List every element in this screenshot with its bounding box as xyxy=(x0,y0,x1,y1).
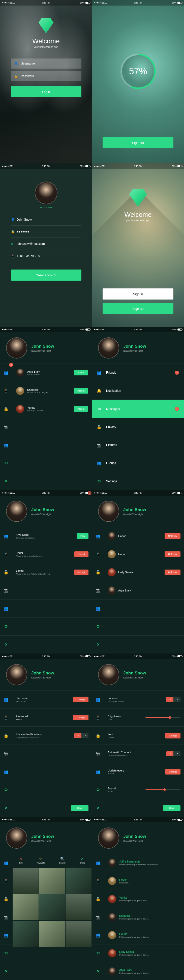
gallery-thumb[interactable] xyxy=(13,894,38,920)
request-row[interactable]: 🔒 YgritteWants to be in a Relationship w… xyxy=(0,563,92,581)
tab-icon[interactable]: 👥 xyxy=(92,690,104,708)
gallery-action-exit[interactable]: ✕Exit xyxy=(19,857,22,864)
tab-icon[interactable]: 🔒 xyxy=(0,400,12,418)
chat-row[interactable]: HoundPellentesque id est ipsum dolor... xyxy=(104,926,184,944)
tab-icon[interactable]: 👥 xyxy=(0,690,12,708)
tab-icon[interactable]: 📱 xyxy=(92,545,104,563)
chat-row[interactable]: Arya StarkPellentesque id est ipsum dolo… xyxy=(104,962,184,980)
tab-icon[interactable]: 👥 xyxy=(0,436,12,454)
tab-icon[interactable]: 🔒 xyxy=(92,727,104,745)
tab-icon[interactable]: 👥 xyxy=(92,926,104,944)
tab-icon[interactable]: 📱 xyxy=(92,709,104,727)
follow-row[interactable]: 🔒 Lady Sansa Unfollow xyxy=(92,563,184,581)
signin-button[interactable]: Sign in xyxy=(103,288,173,299)
slider[interactable] xyxy=(146,789,181,790)
follow-row[interactable]: 📱 Hound Unfollow xyxy=(92,545,184,563)
change-button[interactable]: Change xyxy=(73,697,89,702)
gallery-thumb[interactable] xyxy=(13,868,38,894)
gallery-thumb[interactable] xyxy=(13,921,38,947)
tab-icon[interactable]: 📱 xyxy=(0,709,12,727)
gallery-action-search[interactable]: 🔍Search xyxy=(59,857,65,864)
tab-icon[interactable]: ⚙ xyxy=(0,781,12,799)
tab-icon[interactable]: ✕ xyxy=(0,799,12,817)
change-button[interactable]: Change xyxy=(165,733,181,738)
accept-button[interactable]: Accept xyxy=(74,406,88,412)
tab-icon[interactable]: ⚙ xyxy=(0,618,12,636)
signup-button[interactable]: Sign up xyxy=(103,303,173,314)
chat-row[interactable]: Lady SansaPellentesque id est ipsum dolo… xyxy=(104,944,184,963)
gallery-thumb[interactable] xyxy=(65,894,92,920)
menu-item-pictures[interactable]: 📷 Pictures xyxy=(92,436,184,454)
create-account-button[interactable]: Creat Account xyxy=(11,269,81,281)
change-button[interactable]: Change xyxy=(165,769,181,775)
tab-icon[interactable]: 📷 xyxy=(0,418,12,436)
tab-icon[interactable]: 📷 xyxy=(92,745,104,763)
tab-icon[interactable]: 👥 xyxy=(92,763,104,781)
chat-row[interactable]: HodorHODOR!!!... xyxy=(104,872,184,890)
gallery-action-favourite[interactable]: ☆Favourite xyxy=(36,857,45,864)
save-button[interactable]: Save xyxy=(71,805,89,811)
gallery-action-share[interactable]: ↗Share xyxy=(80,857,85,864)
tab-icon[interactable]: ✕ xyxy=(92,636,104,654)
save-button[interactable]: Save xyxy=(163,805,181,811)
tab-icon[interactable]: ⚙ xyxy=(92,618,104,636)
tab-icon[interactable]: 🔒 xyxy=(92,563,104,581)
name-field[interactable]: 👤John Snow xyxy=(11,213,81,226)
accept-button[interactable]: Accept xyxy=(74,370,88,375)
password-field[interactable]: 🔒●●●●●●● xyxy=(11,226,81,238)
gallery-thumb[interactable] xyxy=(39,921,65,947)
tab-icon[interactable]: ✕ xyxy=(92,799,104,817)
friend-row[interactable]: 🔒 YgritteWildlings Comader Accept xyxy=(0,399,92,418)
tab-icon[interactable]: ✕ xyxy=(0,472,12,490)
tab-icon[interactable]: 📱 xyxy=(0,545,12,563)
menu-item-groups[interactable]: 👥 Groups xyxy=(92,454,184,472)
tab-icon[interactable]: ⚙ xyxy=(0,944,12,963)
tab-icon[interactable]: 👥 xyxy=(92,527,104,545)
tab-icon[interactable]: 🔒 xyxy=(0,890,12,908)
toggle[interactable]: OnOff xyxy=(167,697,181,702)
menu-item-settings[interactable]: ⚙ Settings xyxy=(92,472,184,490)
tab-icon[interactable]: 🔒 xyxy=(0,727,12,745)
username-input[interactable]: 👤Username xyxy=(11,59,81,68)
menu-item-friends[interactable]: 👥 Friends3 xyxy=(92,364,184,382)
tab-icon[interactable]: 📷 xyxy=(0,745,12,763)
gallery-thumb[interactable] xyxy=(39,894,65,920)
tab-icon[interactable]: 📱 xyxy=(0,382,12,400)
chat-row[interactable]: Joffre BaratheonDonec pellentesque molli… xyxy=(104,854,184,872)
avatar-upload[interactable] xyxy=(35,181,57,204)
tab-icon[interactable]: 🔒 xyxy=(92,890,104,908)
change-button[interactable]: Change xyxy=(73,715,89,720)
tab-icon[interactable]: 📷 xyxy=(92,581,104,599)
tab-icon[interactable]: 📷 xyxy=(92,908,104,926)
toggle[interactable]: OnOff xyxy=(75,733,89,738)
follow-row[interactable]: 👥 Hodor Unfollow xyxy=(92,527,184,545)
friend-row[interactable]: 📱 KhaleesiMother Of The Dragons Accept xyxy=(0,382,92,400)
tab-icon[interactable]: 👥 xyxy=(0,854,12,872)
request-row[interactable]: 👥2 Arya StarkSend you a message View xyxy=(0,527,92,545)
tab-icon[interactable]: ⚙ xyxy=(0,454,12,472)
slider[interactable] xyxy=(146,717,181,718)
tab-icon[interactable]: 📷 xyxy=(0,908,12,926)
chat-row[interactable]: KhaleesiPellentesque id est ipsum dolor.… xyxy=(104,908,184,926)
unfollow-button[interactable]: Unfollow xyxy=(165,533,181,539)
gallery-thumb[interactable] xyxy=(65,868,92,894)
signout-button[interactable]: Sign out xyxy=(103,137,173,148)
follow-row[interactable]: 📷 Arya Stark xyxy=(92,581,184,599)
unfollow-button[interactable]: Unfollow xyxy=(165,570,181,575)
view-button[interactable]: View xyxy=(77,533,89,539)
tab-icon[interactable]: 👥2 xyxy=(0,527,12,545)
login-button[interactable]: Login xyxy=(11,86,81,97)
email-field[interactable]: ✉johnsnow@mail.com xyxy=(11,238,81,250)
tab-icon[interactable]: ✕ xyxy=(92,962,104,980)
accept-button[interactable]: Accept xyxy=(75,570,89,575)
tab-icon[interactable]: 🔒 xyxy=(0,563,12,581)
tab-icon[interactable]: 👥 xyxy=(0,926,12,944)
tab-icon[interactable]: 👥 xyxy=(92,600,104,617)
tab-icon[interactable]: 👥 xyxy=(0,763,12,781)
tab-icon[interactable]: 📱 xyxy=(0,872,12,890)
toggle[interactable]: OnOff xyxy=(167,751,181,756)
accept-button[interactable]: Accept xyxy=(74,388,88,394)
menu-item-privacy[interactable]: 🔒 Privacy xyxy=(92,418,184,436)
tab-icon[interactable]: 👥 xyxy=(92,854,104,872)
tab-icon[interactable]: ✕ xyxy=(0,962,12,980)
